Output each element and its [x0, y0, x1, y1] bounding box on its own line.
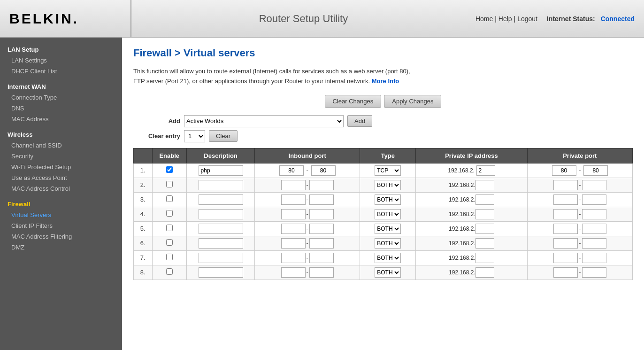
- table-row: 5. - TCPUDPBOTH 192.168.2. -: [134, 221, 633, 236]
- controls-row: Add Active Worlds AIM Talk DNS EverQuest…: [133, 115, 633, 142]
- sidebar-item-lan-settings[interactable]: LAN Settings: [0, 55, 122, 66]
- row-1-private-port: -: [527, 163, 632, 178]
- sidebar-item-security[interactable]: Security: [0, 151, 122, 162]
- more-info-link[interactable]: More Info: [372, 78, 399, 85]
- table-row: 8. - TCPUDPBOTH 192.168.2. -: [134, 265, 633, 280]
- internet-status-label: Internet Status:: [547, 15, 595, 23]
- sidebar-section-firewall: Firewall: [0, 197, 122, 210]
- clear-entry-label: Clear entry: [143, 132, 180, 140]
- row-1-ip: 192.168.2.: [416, 163, 528, 178]
- virtual-servers-table: Enable Description Inbound port Type Pri…: [133, 148, 633, 280]
- row-2-port-from[interactable]: [281, 180, 306, 190]
- action-buttons: Clear Changes Apply Changes: [133, 95, 633, 108]
- sidebar-section-wan: Internet WAN: [0, 79, 122, 92]
- row-3-checkbox[interactable]: [166, 195, 173, 202]
- app-title: Router Setup Utility: [131, 13, 475, 25]
- table-row: 2. - TCPUDPBOTH 192.168.2. -: [134, 178, 633, 192]
- row-2-type-select[interactable]: TCPUDPBOTH: [375, 180, 401, 190]
- logout-link[interactable]: Logout: [517, 15, 537, 23]
- help-link[interactable]: Help |: [498, 15, 515, 23]
- sidebar-item-client-ip-filters[interactable]: Client IP Filters: [0, 220, 122, 231]
- internet-status-value[interactable]: Connected: [601, 15, 635, 23]
- header: BELKIN. Router Setup Utility Home | Help…: [0, 0, 644, 38]
- sidebar-item-connection-type[interactable]: Connection Type: [0, 92, 122, 103]
- sidebar-item-access-point[interactable]: Use as Access Point: [0, 172, 122, 183]
- row-2-ip-suffix[interactable]: [475, 180, 494, 190]
- description: This function will allow you to route ex…: [133, 67, 633, 86]
- row-2-priv-from[interactable]: [553, 180, 578, 190]
- clear-entry-select[interactable]: 12345 678910 1112131415 1617181920: [184, 130, 205, 142]
- row-2-desc-input[interactable]: [199, 180, 243, 190]
- table-row: 7. - TCPUDPBOTH 192.168.2. -: [134, 250, 633, 265]
- row-1-desc: [186, 163, 254, 178]
- main-content: Firewall > Virtual servers This function…: [122, 38, 644, 350]
- col-inbound-port: Inbound port: [255, 148, 360, 163]
- sidebar-item-mac-address-control[interactable]: MAC Address Control: [0, 183, 122, 194]
- row-1-port-to[interactable]: [311, 165, 336, 176]
- row-1-type-select[interactable]: TCPUDPBOTH: [375, 165, 401, 176]
- sidebar-item-wifi-protected[interactable]: Wi-Fi Protected Setup: [0, 162, 122, 172]
- row-1-checkbox[interactable]: [166, 166, 173, 173]
- col-description: Description: [186, 148, 254, 163]
- row-2-checkbox[interactable]: [166, 181, 173, 187]
- logo-area: BELKIN.: [9, 0, 131, 37]
- table-row: 6. - TCPUDPBOTH 192.168.2. -: [134, 236, 633, 250]
- row-1-type: TCPUDPBOTH: [360, 163, 416, 178]
- table-row: 1. - TCPUDPBOTH 192.168.2.: [134, 163, 633, 178]
- clear-entry-button[interactable]: Clear: [209, 130, 238, 142]
- sidebar-item-dns[interactable]: DNS: [0, 103, 122, 114]
- row-2-port-to[interactable]: [309, 180, 334, 190]
- page-title: Firewall > Virtual servers: [133, 47, 633, 59]
- col-private-port: Private port: [527, 148, 632, 163]
- row-1-inbound: -: [255, 163, 360, 178]
- add-button[interactable]: Add: [347, 115, 372, 127]
- sidebar-item-channel-ssid[interactable]: Channel and SSID: [0, 140, 122, 151]
- add-control: Add Active Worlds AIM Talk DNS EverQuest…: [143, 115, 633, 127]
- row-1-desc-input[interactable]: [199, 165, 243, 176]
- row-1-num: 1.: [134, 163, 153, 178]
- row-2-priv-to[interactable]: [582, 180, 606, 190]
- col-type: Type: [360, 148, 416, 163]
- col-enable: Enable: [152, 148, 186, 163]
- sidebar-item-dhcp-client-list[interactable]: DHCP Client List: [0, 66, 122, 77]
- logo-main: BELKIN: [9, 11, 73, 26]
- logo-dot: .: [73, 11, 79, 26]
- row-1-port-from[interactable]: [279, 165, 304, 176]
- row-3-desc-input[interactable]: [199, 194, 243, 205]
- logo: BELKIN.: [9, 10, 79, 27]
- table-row: 3. - TCPUDPBOTH 192.168.2. -: [134, 192, 633, 207]
- table-row: 4. - TCPUDPBOTH 192.168.2. -: [134, 207, 633, 221]
- clear-changes-button[interactable]: Clear Changes: [325, 95, 382, 108]
- clear-entry-control: Clear entry 12345 678910 1112131415 1617…: [143, 130, 633, 142]
- add-label: Add: [143, 117, 180, 124]
- col-num: [134, 148, 153, 163]
- sidebar-section-wireless: Wireless: [0, 127, 122, 140]
- layout: LAN Setup LAN Settings DHCP Client List …: [0, 38, 644, 350]
- row-1-enable: [152, 163, 186, 178]
- row-1-priv-from[interactable]: [552, 165, 576, 176]
- sidebar-section-lan: LAN Setup: [0, 42, 122, 55]
- sidebar-item-dmz[interactable]: DMZ: [0, 242, 122, 253]
- row-1-priv-to[interactable]: [583, 165, 608, 176]
- col-private-ip: Private IP address: [416, 148, 528, 163]
- row-1-ip-suffix[interactable]: [476, 165, 495, 176]
- header-nav: Home | Help | Logout Internet Status: Co…: [475, 15, 635, 23]
- home-link[interactable]: Home |: [475, 15, 497, 23]
- apply-changes-button[interactable]: Apply Changes: [384, 95, 441, 108]
- sidebar-item-mac-address-filtering[interactable]: MAC Address Filtering: [0, 231, 122, 242]
- sidebar: LAN Setup LAN Settings DHCP Client List …: [0, 38, 122, 350]
- add-select[interactable]: Active Worlds AIM Talk DNS EverQuest FTP…: [184, 115, 344, 127]
- sidebar-item-virtual-servers[interactable]: Virtual Servers: [0, 210, 122, 220]
- sidebar-item-mac-address[interactable]: MAC Address: [0, 114, 122, 124]
